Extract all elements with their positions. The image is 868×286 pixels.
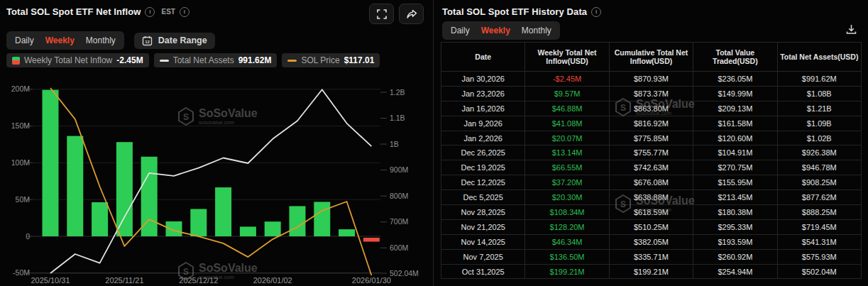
cell-date: Jan 2,2026 [441,131,525,145]
left-axis-tick-label: 50M [16,195,30,204]
right-axis-tick-label: 1.2B [390,88,405,97]
cell-inflow: $41.08M [525,116,609,131]
fullscreen-icon [377,9,387,19]
cell-assets: $877.62M [777,190,861,205]
table-row: Nov 14,2025$46.34M$382.05M$193.59M$541.3… [441,234,862,249]
legend-value: $117.01 [344,55,375,65]
cell-assets: $888.25M [777,205,861,220]
share-button[interactable] [399,4,424,24]
cell-inflow: $20.30M [525,190,609,205]
cell-traded: $295.33M [693,219,777,234]
sol-price-line [50,88,371,275]
net-inflow-chart-panel: Total SOL Spot ETF Net Inflow i EST i Da… [0,0,433,286]
right-axis-tick-label: 900M [390,165,408,174]
left-axis-tick-label: 0 [26,232,30,241]
left-panel-header: Total SOL Spot ETF Net Inflow i EST i [0,0,433,17]
cell-assets: $719.45M [777,219,861,234]
cell-cumulative: $618.59M [609,205,693,220]
download-button[interactable] [845,23,857,38]
table-row: Oct 31,2025$199.21M$199.21M$254.94M$502.… [441,264,862,279]
left-axis-tick-label: 150M [11,121,30,130]
legend-weekly-total-net-inflow[interactable]: Weekly Total Net Inflow-2.45M [6,53,149,67]
tab-weekly[interactable]: Weekly [40,33,80,48]
legend-value: 991.62M [238,55,272,65]
cell-date: Nov 7,2025 [441,249,525,264]
info-icon[interactable]: i [145,7,155,17]
left-axis-tick-label: 100M [11,158,30,167]
cell-assets: $946.78M [777,160,861,175]
cell-cumulative: $510.25M [609,219,693,234]
table-row: Jan 23,2026$9.57M$873.37M$149.99M$1.08B [441,86,862,101]
net-inflow-combo-chart[interactable]: 200M150M100M50M0-50M1.2B1.1B1B900M800M70… [0,73,426,286]
history-interval-tab-group: DailyWeeklyMonthly [442,21,560,40]
cell-cumulative: $755.77M [609,145,693,160]
cell-cumulative: $863.80M [609,101,693,116]
cell-assets: $926.38M [777,145,861,160]
fullscreen-button[interactable] [369,4,394,24]
cell-traded: $236.05M [693,72,777,87]
table-row: Jan 9,2026$41.08M$816.92M$161.58M$1.09B [441,116,862,131]
cell-date: Dec 19,2025 [441,160,525,175]
cell-inflow: $199.21M [525,264,609,279]
cell-assets: $502.04M [777,264,861,279]
cell-date: Jan 30,2026 [441,72,525,87]
chart-header-actions [369,4,424,24]
cell-inflow: $37.20M [525,175,609,190]
history-table-wrap: DateWeekly Total Net Inflow(USD)Cumulati… [441,42,862,279]
inflow-bar-positive [67,136,83,236]
x-axis-tick-label: 2025/12/12 [179,276,218,285]
cell-cumulative: $638.88M [609,190,693,205]
cell-cumulative: $775.85M [609,131,693,145]
x-axis-tick-label: 2025/10/31 [31,276,70,285]
inflow-bar-positive [290,206,306,236]
cell-cumulative: $199.21M [609,264,693,279]
table-row: Nov 21,2025$128.20M$510.25M$295.33M$719.… [441,219,862,234]
cell-traded: $213.45M [693,190,777,205]
tab-daily[interactable]: Daily [445,23,476,38]
cell-cumulative: $382.05M [609,234,693,249]
x-axis-tick-label: 2026/01/30 [352,276,391,285]
tab-daily[interactable]: Daily [9,33,40,48]
cell-cumulative: $676.08M [609,175,693,190]
inflow-bar-negative [363,238,380,242]
tab-monthly[interactable]: Monthly [516,23,557,38]
cell-traded: $155.95M [693,175,777,190]
info-icon[interactable]: i [180,7,189,17]
date-range-label: Date Range [158,35,207,45]
right-axis-tick-label: 800M [390,192,408,200]
info-icon[interactable]: i [591,7,601,17]
table-row: Dec 19,2025$66.55M$742.63M$270.75M$946.7… [441,160,862,175]
inflow-bar-positive [240,226,256,236]
cell-assets: $1.08B [777,86,861,101]
tab-monthly[interactable]: Monthly [80,33,121,48]
cell-traded: $209.13M [693,101,777,116]
cell-assets: $541.31M [777,234,861,249]
cell-traded: $104.91M [693,145,777,160]
cell-traded: $270.75M [693,160,777,175]
tab-weekly[interactable]: Weekly [476,23,516,38]
legend-sol-price[interactable]: SOL Price$117.01 [282,53,380,67]
column-header-total-value-traded-usd: Total Value Traded(USD) [693,43,777,72]
inflow-bar-positive [339,229,355,236]
table-row: Jan 2,2026$20.07M$775.85M$120.60M$1.02B [441,131,862,145]
timezone-label: EST [161,8,175,16]
inflow-bar-positive [43,90,59,236]
download-icon [845,23,857,35]
right-axis-tick-label: 1.1B [390,114,405,122]
cell-date: Dec 26,2025 [441,145,525,160]
date-range-button[interactable]: 12 Date Range [134,33,215,49]
cell-date: Jan 9,2026 [441,116,525,131]
cell-cumulative: $870.93M [609,72,693,87]
green-red-bar-swatch-icon [12,57,20,65]
cell-cumulative: $816.92M [609,116,693,131]
cell-assets: $991.62M [777,72,861,87]
column-header-cumulative-total-net-inflow-usd: Cumulative Total Net Inflow(USD) [609,43,693,72]
cell-traded: $260.92M [693,249,777,264]
svg-text:12: 12 [145,40,150,44]
cell-cumulative: $873.37M [609,86,693,101]
right-axis-tick-label: 502.04M [390,269,419,277]
cell-date: Dec 5,2025 [441,190,525,205]
legend-total-net-assets[interactable]: Total Net Assets991.62M [154,53,278,67]
white-line-swatch-icon [160,60,169,62]
cell-date: Dec 12,2025 [441,175,525,190]
